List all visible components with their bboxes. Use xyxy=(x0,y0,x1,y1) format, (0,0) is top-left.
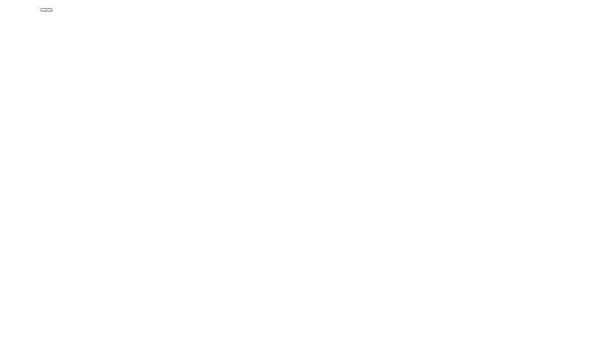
sunshine-profits-logo[interactable] xyxy=(40,8,52,11)
chart-canvas[interactable] xyxy=(0,0,600,364)
chart-window xyxy=(0,0,600,364)
logo-text-sunshine xyxy=(40,8,46,11)
logo-text-profits xyxy=(46,8,52,11)
